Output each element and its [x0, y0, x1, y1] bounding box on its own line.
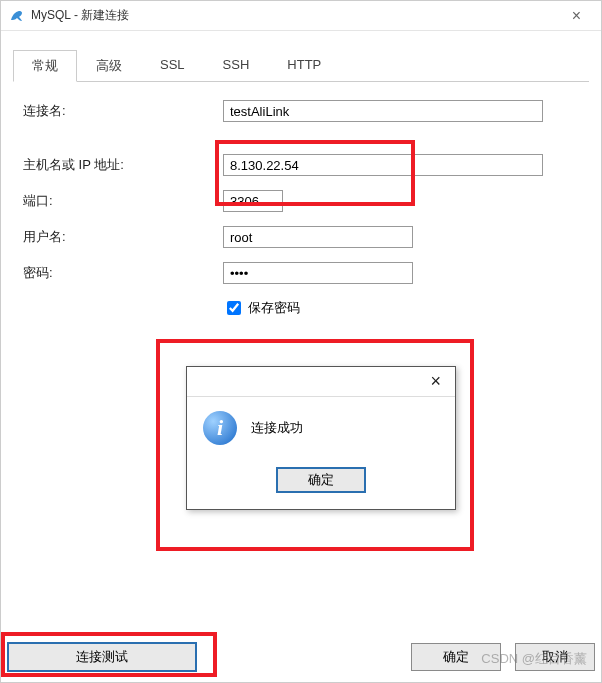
dialog-window: MySQL - 新建连接 × 常规 高级 SSL SSH HTTP 连接名: 主…	[0, 0, 602, 683]
username-input[interactable]	[223, 226, 413, 248]
port-input[interactable]	[223, 190, 283, 212]
result-dialog: × i 连接成功 确定	[186, 366, 456, 510]
window-close-button[interactable]: ×	[560, 7, 593, 25]
tab-bar: 常规 高级 SSL SSH HTTP	[13, 49, 589, 82]
form: 连接名: 主机名或 IP 地址: 端口: 用户名: 密码: 保存密码	[1, 82, 601, 350]
result-dialog-titlebar: ×	[187, 367, 455, 397]
label-host: 主机名或 IP 地址:	[23, 156, 223, 174]
mysql-icon	[9, 8, 25, 24]
info-icon: i	[203, 411, 237, 445]
password-input[interactable]	[223, 262, 413, 284]
tab-ssl[interactable]: SSL	[141, 50, 204, 82]
label-password: 密码:	[23, 264, 223, 282]
result-ok-button[interactable]: 确定	[276, 467, 366, 493]
tab-ssh[interactable]: SSH	[204, 50, 269, 82]
tab-advanced[interactable]: 高级	[77, 50, 141, 82]
tab-general[interactable]: 常规	[13, 50, 77, 82]
result-message: 连接成功	[251, 419, 303, 437]
test-connection-button[interactable]: 连接测试	[7, 642, 197, 672]
ok-button[interactable]: 确定	[411, 643, 501, 671]
save-password-checkbox[interactable]	[227, 301, 241, 315]
label-port: 端口:	[23, 192, 223, 210]
label-user: 用户名:	[23, 228, 223, 246]
bottom-bar: 连接测试 确定 取消	[1, 642, 601, 672]
window-title: MySQL - 新建连接	[31, 7, 129, 24]
label-connection-name: 连接名:	[23, 102, 223, 120]
titlebar: MySQL - 新建连接 ×	[1, 1, 601, 31]
connection-name-input[interactable]	[223, 100, 543, 122]
tab-http[interactable]: HTTP	[268, 50, 340, 82]
host-input[interactable]	[223, 154, 543, 176]
result-close-button[interactable]: ×	[424, 371, 447, 392]
cancel-button[interactable]: 取消	[515, 643, 595, 671]
label-save-password: 保存密码	[248, 299, 300, 317]
